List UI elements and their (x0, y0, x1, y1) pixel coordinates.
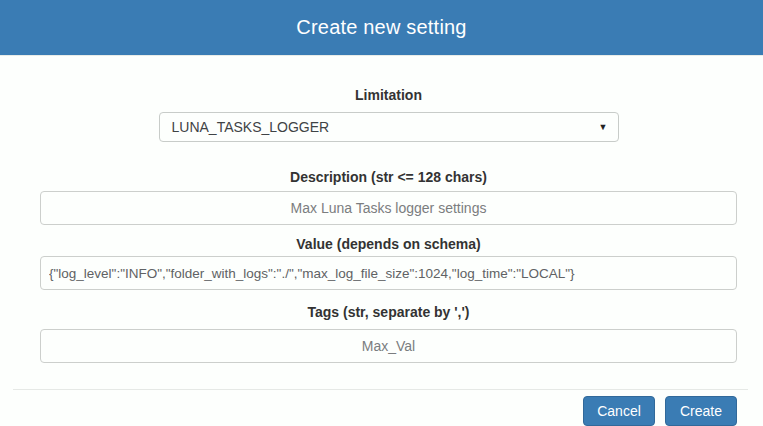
value-label: Value (depends on schema) (40, 235, 737, 253)
modal-title: Create new setting (296, 16, 466, 39)
limitation-select[interactable]: LUNA_TASKS_LOGGER ▼ (159, 112, 619, 142)
tags-input[interactable] (40, 329, 737, 363)
create-setting-modal: Create new setting Limitation LUNA_TASKS… (0, 0, 763, 426)
value-input[interactable] (40, 256, 737, 290)
cancel-button[interactable]: Cancel (583, 396, 655, 426)
chevron-down-icon: ▼ (599, 123, 608, 132)
modal-header: Create new setting (0, 0, 763, 56)
tags-label: Tags (str, separate by ',') (40, 303, 737, 321)
description-input[interactable] (40, 191, 737, 225)
create-button[interactable]: Create (665, 396, 737, 426)
limitation-selected-value: LUNA_TASKS_LOGGER (172, 119, 599, 135)
description-label: Description (str <= 128 chars) (40, 168, 737, 186)
modal-footer: Cancel Create (13, 389, 748, 426)
limitation-label: Limitation (40, 86, 737, 104)
modal-body: Limitation LUNA_TASKS_LOGGER ▼ Descripti… (0, 56, 763, 366)
